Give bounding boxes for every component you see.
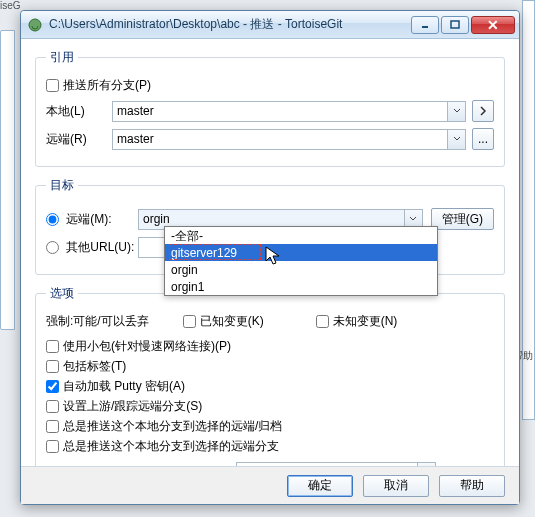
unknown-changes-checkbox[interactable] (316, 315, 329, 328)
include-tags-checkbox[interactable] (46, 360, 59, 373)
bg-text: iseGi (0, 0, 20, 10)
minimize-button[interactable] (411, 16, 439, 34)
target-legend: 目标 (46, 177, 78, 194)
dropdown-item-all[interactable]: -全部- (165, 227, 437, 244)
chevron-down-icon[interactable] (447, 102, 465, 121)
always-push-branch-label: 总是推送这个本地分支到选择的远端分支 (63, 438, 279, 455)
remote-branch-label: 远端(R) (46, 131, 112, 148)
cancel-label: 取消 (384, 477, 408, 494)
dialog-window: C:\Users\Administrator\Desktop\abc - 推送 … (20, 10, 520, 505)
dropdown-item-gitserver129[interactable]: gitserver129 (165, 244, 437, 261)
manage-label: 管理(G) (442, 211, 483, 228)
svg-rect-2 (451, 21, 459, 28)
push-all-branches-checkbox[interactable] (46, 79, 59, 92)
options-legend: 选项 (46, 285, 78, 302)
force-option: 可能/可以丢弃 (73, 313, 148, 330)
other-url-radio[interactable] (46, 241, 59, 254)
cursor-icon (265, 246, 283, 266)
titlebar[interactable]: C:\Users\Administrator\Desktop\abc - 推送 … (21, 11, 519, 39)
local-branch-value: master (117, 104, 154, 118)
other-url-label: 其他URL(U): (66, 240, 134, 254)
autoload-putty-checkbox[interactable] (46, 380, 59, 393)
cancel-button[interactable]: 取消 (363, 475, 429, 497)
set-upstream-label: 设置上游/跟踪远端分支(S) (63, 398, 202, 415)
force-label: 强制: (46, 313, 73, 330)
autoload-putty-label: 自动加载 Putty 密钥(A) (63, 378, 185, 395)
always-push-remote-label: 总是推送这个本地分支到选择的远端/归档 (63, 418, 282, 435)
window-title: C:\Users\Administrator\Desktop\abc - 推送 … (49, 16, 409, 33)
remote-dropdown[interactable]: -全部- gitserver129 orgin orgin1 (164, 226, 438, 296)
manage-button[interactable]: 管理(G) (431, 208, 494, 230)
ok-label: 确定 (308, 477, 332, 494)
known-changes-checkbox[interactable] (183, 315, 196, 328)
include-tags-label: 包括标签(T) (63, 358, 126, 375)
ok-button[interactable]: 确定 (287, 475, 353, 497)
push-all-branches-label: 推送所有分支(P) (63, 77, 151, 94)
dropdown-item-orgin[interactable]: orgin (165, 261, 437, 278)
remote-combo-value: orgin (143, 212, 170, 226)
thin-pack-label: 使用小包(针对慢速网络连接)(P) (63, 338, 231, 355)
tortoisegit-icon (27, 17, 43, 33)
set-upstream-checkbox[interactable] (46, 400, 59, 413)
remote-radio[interactable] (46, 213, 59, 226)
dropdown-item-orgin1[interactable]: orgin1 (165, 278, 437, 295)
remote-radio-label: 远端(M): (66, 212, 111, 226)
local-next-button[interactable] (472, 100, 494, 122)
maximize-button[interactable] (441, 16, 469, 34)
always-push-branch-checkbox[interactable] (46, 440, 59, 453)
close-button[interactable]: ✕ (471, 16, 515, 34)
help-button[interactable]: 帮助 (439, 475, 505, 497)
local-label: 本地(L) (46, 103, 112, 120)
always-push-remote-checkbox[interactable] (46, 420, 59, 433)
unknown-changes-label: 未知变更(N) (333, 313, 398, 330)
ref-group: 引用 推送所有分支(P) 本地(L) master 远端(R) master (35, 49, 505, 167)
chevron-down-icon[interactable] (447, 130, 465, 149)
ref-legend: 引用 (46, 49, 78, 66)
known-changes-label: 已知变更(K) (200, 313, 264, 330)
dropdown-item-label: gitserver129 (171, 246, 237, 260)
ellipsis-label: ... (478, 132, 488, 146)
remote-branch-value: master (117, 132, 154, 146)
thin-pack-checkbox[interactable] (46, 340, 59, 353)
help-label: 帮助 (460, 477, 484, 494)
local-branch-combo[interactable]: master (112, 101, 466, 122)
dialog-footer: 确定 取消 帮助 (21, 466, 519, 504)
remote-browse-button[interactable]: ... (472, 128, 494, 150)
remote-branch-combo[interactable]: master (112, 129, 466, 150)
